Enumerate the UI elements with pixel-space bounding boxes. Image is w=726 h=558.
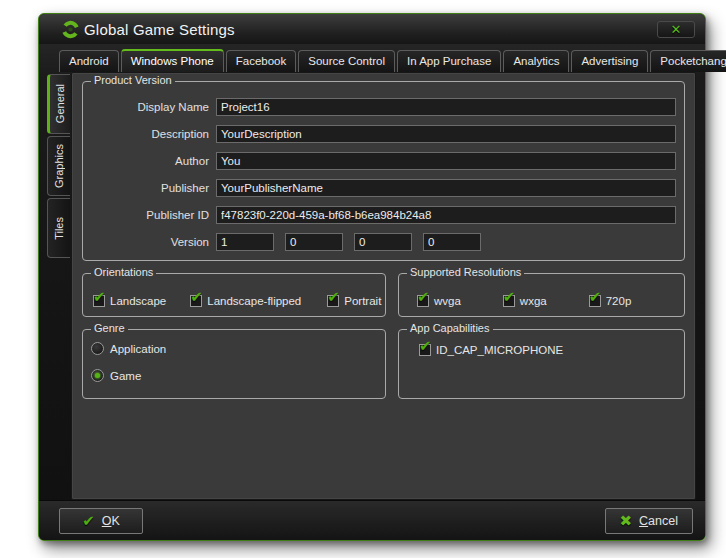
tab-pocketchange[interactable]: Pocketchange xyxy=(650,50,726,72)
genre-group: Genre Application Game xyxy=(82,329,386,399)
check-icon: ✔ xyxy=(589,288,602,306)
checkbox-box: ✔ xyxy=(417,295,429,307)
check-icon: ✔ xyxy=(419,337,432,355)
description-label: Description xyxy=(91,128,209,140)
author-input[interactable] xyxy=(216,152,676,170)
cancel-x-icon: ✖ xyxy=(620,513,633,528)
ok-button[interactable]: ✔ OK xyxy=(59,508,143,534)
version-minor-input[interactable] xyxy=(285,233,343,251)
checkbox-id-cap-microphone[interactable]: ✔ ID_CAP_MICROPHONE xyxy=(419,344,563,356)
genre-capabilities-row: Genre Application Game App Capabilities … xyxy=(82,329,685,399)
side-tab-tiles[interactable]: Tiles xyxy=(47,198,70,258)
close-button[interactable]: ✕ xyxy=(657,21,695,38)
product-version-group: Product Version Display Name Description… xyxy=(82,81,685,261)
global-game-settings-dialog: Global Game Settings ✕ Android Windows P… xyxy=(38,13,706,541)
title-bar: Global Game Settings ✕ xyxy=(39,14,705,44)
side-tab-general[interactable]: General xyxy=(47,74,70,134)
radio-circle-selected xyxy=(91,369,104,382)
tab-advertising[interactable]: Advertising xyxy=(571,50,648,72)
check-icon: ✔ xyxy=(503,288,516,306)
side-tab-column: General Graphics Tiles xyxy=(47,72,71,500)
ok-check-icon: ✔ xyxy=(82,513,95,528)
check-icon: ✔ xyxy=(190,288,203,306)
checkbox-box: ✔ xyxy=(93,295,105,307)
supported-resolutions-group: Supported Resolutions ✔ wvga ✔ wxga ✔ 72… xyxy=(398,273,685,317)
checkbox-landscape[interactable]: ✔ Landscape xyxy=(93,295,166,307)
publisher-label: Publisher xyxy=(91,182,209,194)
radio-game[interactable]: Game xyxy=(91,369,377,382)
version-label: Version xyxy=(91,236,209,248)
description-row: Description xyxy=(91,125,676,143)
checkbox-wxga[interactable]: ✔ wxga xyxy=(503,295,547,307)
tab-android[interactable]: Android xyxy=(59,50,119,72)
windows-phone-general-panel: Product Version Display Name Description… xyxy=(71,72,696,500)
version-build-input[interactable] xyxy=(354,233,412,251)
gamemaker-logo-icon xyxy=(61,20,80,39)
tab-windows-phone[interactable]: Windows Phone xyxy=(121,49,224,72)
tab-analytics[interactable]: Analytics xyxy=(503,50,569,72)
group-legend: Genre xyxy=(91,322,128,334)
orientation-resolution-row: Orientations ✔ Landscape ✔ Landscape-fli… xyxy=(82,273,685,317)
checkbox-box: ✔ xyxy=(190,295,202,307)
group-legend: Product Version xyxy=(91,74,175,86)
author-label: Author xyxy=(91,155,209,167)
publisher-input[interactable] xyxy=(216,179,676,197)
app-capabilities-group: App Capabilities ✔ ID_CAP_MICROPHONE xyxy=(398,329,685,399)
display-name-row: Display Name xyxy=(91,98,676,116)
checkbox-720p[interactable]: ✔ 720p xyxy=(589,295,632,307)
tab-source-control[interactable]: Source Control xyxy=(298,50,395,72)
orientations-group: Orientations ✔ Landscape ✔ Landscape-fli… xyxy=(82,273,386,317)
display-name-input[interactable] xyxy=(216,98,676,116)
checkbox-box: ✔ xyxy=(503,295,515,307)
tab-in-app-purchase[interactable]: In App Purchase xyxy=(397,50,501,72)
publisher-id-row: Publisher ID xyxy=(91,206,676,224)
publisher-id-input[interactable] xyxy=(216,206,676,224)
group-legend: App Capabilities xyxy=(407,322,493,334)
description-input[interactable] xyxy=(216,125,676,143)
bottom-button-bar: ✔ OK ✖ Cancel xyxy=(39,500,705,540)
publisher-row: Publisher xyxy=(91,179,676,197)
content-area: General Graphics Tiles Product Version D… xyxy=(47,72,696,500)
group-legend: Supported Resolutions xyxy=(407,266,524,278)
author-row: Author xyxy=(91,152,676,170)
check-icon: ✔ xyxy=(417,288,430,306)
window-title: Global Game Settings xyxy=(84,21,235,38)
radio-application[interactable]: Application xyxy=(91,342,377,355)
group-legend: Orientations xyxy=(91,266,156,278)
display-name-label: Display Name xyxy=(91,101,209,113)
checkbox-box: ✔ xyxy=(419,344,431,356)
tab-strip: Android Windows Phone Facebook Source Co… xyxy=(59,47,697,72)
version-revision-input[interactable] xyxy=(423,233,481,251)
checkbox-landscape-flipped[interactable]: ✔ Landscape-flipped xyxy=(190,295,301,307)
tab-facebook[interactable]: Facebook xyxy=(226,50,297,72)
version-row: Version xyxy=(91,233,676,251)
checkbox-portrait[interactable]: ✔ Portrait xyxy=(327,295,381,307)
radio-circle xyxy=(91,342,104,355)
side-tab-graphics[interactable]: Graphics xyxy=(47,136,70,196)
checkbox-wvga[interactable]: ✔ wvga xyxy=(417,295,461,307)
version-major-input[interactable] xyxy=(216,233,274,251)
cancel-button[interactable]: ✖ Cancel xyxy=(605,508,694,534)
check-icon: ✔ xyxy=(327,288,340,306)
close-icon: ✕ xyxy=(671,22,682,37)
publisher-id-label: Publisher ID xyxy=(91,209,209,221)
checkbox-box: ✔ xyxy=(589,295,601,307)
check-icon: ✔ xyxy=(93,288,106,306)
checkbox-box: ✔ xyxy=(327,295,339,307)
